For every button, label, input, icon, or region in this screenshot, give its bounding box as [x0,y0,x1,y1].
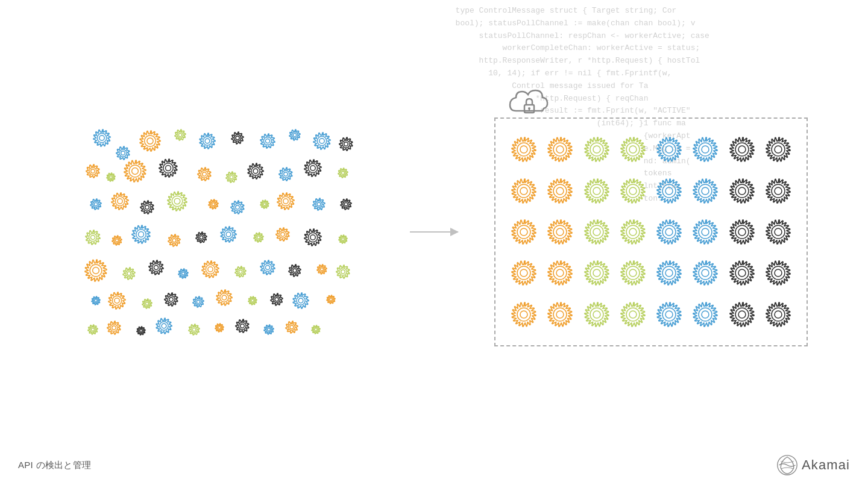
svg-point-73 [257,236,260,239]
svg-point-93 [265,265,269,269]
grid-gear [580,213,613,251]
svg-point-172 [738,187,746,195]
scattered-gear [86,322,100,339]
svg-point-11 [236,136,239,140]
grid-gear [617,131,649,168]
svg-point-216 [665,311,673,318]
grid-gear [762,254,794,292]
diagram-container [60,105,808,358]
grid-gear [726,213,758,251]
scattered-gear [336,166,350,183]
scattered-gear [83,228,102,249]
svg-point-70 [224,230,233,239]
svg-point-190 [775,228,782,236]
svg-point-2 [119,149,127,157]
svg-point-90 [237,269,244,275]
svg-point-66 [171,237,178,244]
grid-gear [653,254,685,292]
grid-gear [653,131,685,168]
svg-point-160 [520,187,527,195]
svg-point-105 [146,302,149,305]
svg-point-36 [308,163,317,172]
svg-point-14 [292,132,298,138]
scattered-gear [258,198,271,213]
svg-point-166 [629,187,637,195]
grid-gear [653,213,685,251]
scattered-gear [258,131,277,153]
scattered-gear [291,290,311,313]
svg-point-159 [517,184,530,198]
svg-point-12 [263,137,271,145]
svg-point-187 [735,225,749,239]
grid-gear [544,131,576,168]
svg-point-203 [735,266,749,280]
svg-point-156 [738,146,746,153]
svg-point-1 [99,136,104,140]
scattered-gear [104,170,118,186]
scattered-gear [213,321,226,337]
svg-point-149 [626,143,640,156]
svg-point-84 [152,263,160,271]
svg-point-132 [239,322,246,330]
svg-point-65 [139,232,144,237]
svg-point-55 [283,199,288,204]
svg-point-25 [132,168,139,175]
svg-point-154 [702,146,709,153]
scattered-gear [157,157,180,182]
scattered-gear [122,158,148,187]
scattered-gear [336,233,350,248]
svg-point-94 [292,267,298,274]
scattered-gear [251,230,266,247]
scattered-gear [88,196,104,214]
svg-point-81 [93,267,99,274]
svg-point-146 [556,146,564,153]
svg-point-144 [520,146,527,153]
svg-point-167 [662,184,676,198]
scattered-gear [338,196,354,214]
grid-gear [508,213,540,251]
svg-point-117 [298,298,303,303]
scattered-gear [130,223,153,248]
svg-point-201 [699,266,712,280]
svg-point-125 [140,330,142,332]
svg-point-211 [590,308,603,321]
svg-point-192 [520,269,527,277]
scattered-gear [310,196,327,215]
svg-point-214 [629,311,637,318]
svg-point-69 [200,236,203,239]
scattered-gear [268,291,285,310]
svg-point-75 [281,233,285,237]
cloud-lock-icon [508,86,550,124]
svg-point-45 [145,205,149,210]
svg-point-206 [775,269,782,277]
svg-point-83 [127,272,131,275]
scattered-gear [190,294,206,312]
svg-point-169 [699,184,712,198]
right-panel-organized [494,117,808,346]
svg-point-39 [342,172,345,175]
svg-point-23 [110,176,112,178]
svg-point-74 [279,231,286,238]
svg-point-202 [702,269,709,277]
svg-point-16 [317,136,326,145]
svg-point-173 [772,184,785,198]
svg-point-193 [553,266,567,280]
svg-point-32 [251,167,260,175]
svg-point-153 [699,143,712,156]
scattered-gear [302,227,324,251]
svg-point-42 [115,196,124,205]
grid-gear [544,296,576,333]
svg-point-213 [626,308,640,321]
scattered-gear [245,161,266,184]
svg-point-162 [556,187,564,195]
svg-point-155 [735,143,749,156]
svg-point-88 [206,264,215,274]
svg-point-204 [738,269,746,277]
scattered-gear [106,290,128,314]
svg-point-41 [94,202,97,205]
svg-point-9 [205,139,210,143]
akamai-logo: Akamai [776,454,850,476]
svg-rect-142 [529,108,530,111]
scattered-gear [154,316,174,339]
scattered-gear [233,317,251,337]
